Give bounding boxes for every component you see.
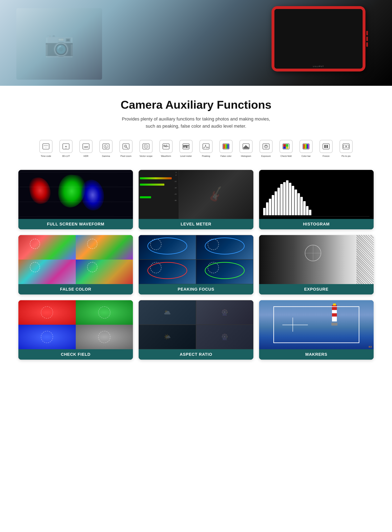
svg-rect-64 xyxy=(308,144,309,149)
svg-rect-61 xyxy=(305,144,306,149)
fc-circle-2 xyxy=(87,239,97,249)
icon-item-gamma: Gamma xyxy=(99,140,113,158)
feature-label-waveform: FULL SCREEN WAVEFORM xyxy=(18,219,133,229)
falsecolor-grid xyxy=(18,235,133,284)
svg-rect-31 xyxy=(223,144,225,149)
svg-text:3D: 3D xyxy=(65,146,67,148)
svg-rect-39 xyxy=(246,146,247,149)
timecode-icon: 00:00:00:0 TC xyxy=(42,143,50,150)
feature-label-peaking: PEAKING FOCUS xyxy=(139,284,253,294)
pk-blue-circle-2 xyxy=(205,238,245,254)
3dlut-label: 3D-LUT xyxy=(62,155,70,158)
timecode-icon-box: 00:00:00:0 TC xyxy=(39,140,52,153)
icon-item-pixelzoom: Pixel zoom xyxy=(119,140,133,158)
feature-img-peaking xyxy=(139,235,253,284)
vectorscope-icon xyxy=(142,143,150,150)
exposure-icon-box xyxy=(260,140,273,153)
svg-rect-60 xyxy=(304,144,305,149)
vectorscope-label: Vector scope xyxy=(140,155,153,158)
svg-rect-65 xyxy=(323,144,329,149)
cf-blue-inner xyxy=(18,325,76,349)
svg-rect-66 xyxy=(324,145,326,148)
pixelzoom-label: Pixel zoom xyxy=(121,155,131,158)
histogram-icon xyxy=(242,143,250,150)
markers-num: 4:3 xyxy=(369,346,372,348)
exposure-zebra xyxy=(356,235,374,284)
ar-img-1: 🌥️ xyxy=(139,300,196,325)
ar-quad-2: 🎡 xyxy=(196,300,253,325)
feature-label-aspectratio: ASPECT RATIO xyxy=(139,349,253,360)
level-bar-4 xyxy=(140,196,151,198)
svg-rect-0 xyxy=(43,144,49,149)
histogram-icon-box xyxy=(239,140,252,153)
freeze-icon-box xyxy=(320,140,333,153)
markers-crosshair-h xyxy=(282,325,308,325)
monitor-screen: LILLIPUT xyxy=(274,9,363,69)
svg-line-12 xyxy=(126,147,128,149)
cf-gray-inner xyxy=(76,325,133,349)
fc-circle-3 xyxy=(30,262,40,272)
feature-card-waveform: FULL SCREEN WAVEFORM xyxy=(18,170,133,229)
pixelzoom-icon-box xyxy=(119,140,132,153)
svg-rect-70 xyxy=(346,145,349,148)
feature-card-falsecolor: FALSE COLOR xyxy=(18,235,133,294)
fc-quad-1 xyxy=(18,235,76,260)
camera-icon: 📷 xyxy=(44,30,75,58)
feature-card-markers: 4:3 MAKRERS xyxy=(259,300,374,360)
svg-rect-24 xyxy=(185,145,186,147)
svg-rect-62 xyxy=(306,144,307,149)
ferris-v xyxy=(313,245,313,261)
guitar-icon: 🎸 xyxy=(207,185,225,203)
svg-rect-67 xyxy=(327,145,328,148)
feature-img-falsecolor xyxy=(18,235,133,284)
svg-line-51 xyxy=(265,148,265,148)
peaking-icon-box xyxy=(200,140,213,153)
svg-rect-55 xyxy=(283,147,286,149)
level-bar-2 xyxy=(140,184,164,186)
falsecolor-icon xyxy=(222,143,230,150)
exposure-ferris xyxy=(305,245,321,261)
colorbar-icon xyxy=(302,143,310,150)
level-bar-3 xyxy=(140,190,157,192)
aspectratio-grid: 🌥️ 🎡 🌤️ 🎡 xyxy=(139,300,253,349)
ar-img-4: 🎡 xyxy=(196,325,253,349)
feature-label-exposure: EXPOSURE xyxy=(259,284,374,294)
monitor-body: LILLIPUT xyxy=(271,6,365,71)
feature-label-levelmeter: LEVEL METER xyxy=(139,219,253,229)
hdr-icon-box: HDR xyxy=(79,140,93,153)
ar-img-2: 🎡 xyxy=(196,300,253,325)
feature-label-markers: MAKRERS xyxy=(259,349,374,360)
pk-quad-4 xyxy=(196,260,253,284)
icon-item-waveform: Waveform xyxy=(159,140,173,158)
svg-rect-59 xyxy=(303,144,304,149)
3dlut-icon: 3D LUT xyxy=(62,143,70,150)
ar-quad-4: 🎡 xyxy=(196,325,253,349)
3dlut-icon-box: 3D LUT xyxy=(59,140,72,153)
icon-item-exposure: Exposure xyxy=(259,140,273,158)
icon-item-timecode: 00:00:00:0 TC Time code xyxy=(39,140,53,158)
svg-rect-38 xyxy=(245,145,246,149)
feature-card-checkfield: CHECK FIELD xyxy=(18,300,133,360)
icon-item-3dlut: 3D LUT 3D-LUT xyxy=(59,140,73,158)
feature-card-peaking: PEAKING FOCUS xyxy=(139,235,253,294)
icon-item-falsecolor: False color xyxy=(219,140,233,158)
cf-circle-green xyxy=(98,306,110,319)
pk-quad-1 xyxy=(139,235,196,260)
exposure-label: Exposure xyxy=(261,155,271,158)
levelmeter-bars: -3 -6 -12 -18 -24 -36 xyxy=(139,170,179,219)
svg-text:B: B xyxy=(286,147,286,149)
cf-gray xyxy=(76,325,133,349)
feature-card-levelmeter: -3 -6 -12 -18 -24 -36 🎸 xyxy=(139,170,253,229)
svg-rect-53 xyxy=(283,144,286,147)
feature-label-checkfield: CHECK FIELD xyxy=(18,349,133,360)
functions-section: Camera Auxiliary Functions Provides plen… xyxy=(0,86,392,376)
section-subtitle: Provides plenty of auxiliary functions f… xyxy=(0,115,392,130)
svg-text:LUT: LUT xyxy=(65,148,67,149)
monitor-btn-3 xyxy=(366,42,368,47)
svg-rect-22 xyxy=(184,145,185,147)
pixtopix-icon-box xyxy=(340,140,353,153)
vectorscope-icon-box xyxy=(140,140,153,153)
feature-label-histogram: HISTOGRAM xyxy=(259,219,374,229)
freeze-icon xyxy=(322,143,330,150)
icon-item-vectorscope: Vector scope xyxy=(139,140,153,158)
